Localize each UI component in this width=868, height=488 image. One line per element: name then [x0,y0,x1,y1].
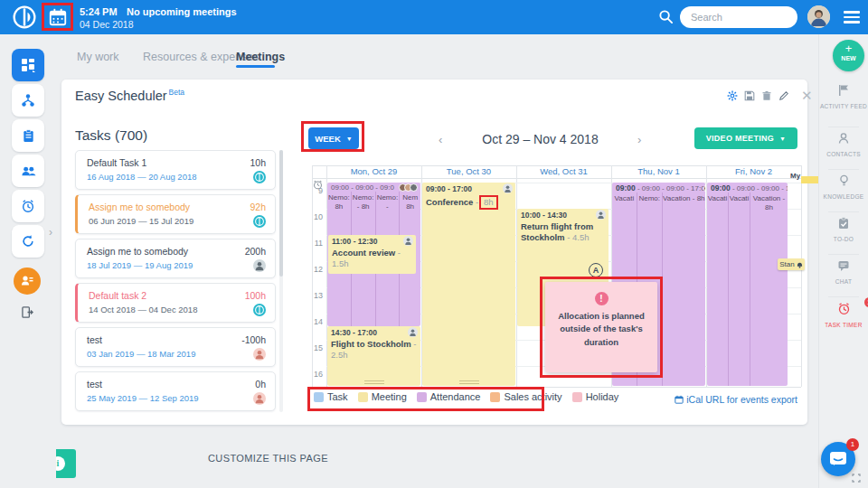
legend-swatch-task [314,392,324,402]
rail-item-todo[interactable]: TO-DO [819,217,868,243]
sidebar-item-time-tracking[interactable] [12,190,44,222]
grid-border-bottom [312,387,801,388]
sidebar-item-users[interactable] [12,155,44,187]
fullscreen-icon[interactable] [852,474,861,483]
profile-quick-icon[interactable] [14,267,41,295]
task-hours: 10h [250,157,266,168]
task-card[interactable]: test 03 Jan 2019 — 18 Mar 2019 -100h [75,327,276,367]
customize-page-label[interactable]: CUSTOMIZE THIS PAGE [208,453,328,464]
bell-icon [797,261,803,268]
event-account-review[interactable]: 11:00 - 12:30 Account review - 1.5h [328,235,416,274]
task-card[interactable]: Default task 2 14 Oct 2018 — 04 Dec 2018… [75,283,276,323]
task-hours: 0h [255,379,266,389]
event-flight-stockholm[interactable]: 14:30 - 17:00 Flight to Stockholm - 2.5h [327,326,420,386]
task-card[interactable]: Assign me to somebody 06 Jun 2019 — 15 J… [75,194,276,234]
close-icon[interactable]: ✕ [801,90,813,101]
rail-item-chat[interactable]: CHAT [819,259,868,286]
hour-label: 15 [308,343,323,352]
attendee-avatars [401,183,418,192]
alarm-clock-icon [21,199,35,213]
task-card[interactable]: Default Task 1 16 Aug 2018 — 20 Aug 2018… [75,150,276,190]
tab-meetings[interactable]: Meetings [236,51,285,63]
event-time: 09:00 - 17:00 [426,184,472,193]
rail-item-activity-feed[interactable]: ACTIVITY FEED [819,84,868,110]
task-name: Assign me to somebody [87,246,188,257]
grid-line [312,165,313,387]
app-logo-icon[interactable] [12,5,37,30]
assignee-avatar [253,348,266,361]
allocation-marker[interactable]: A [589,263,603,277]
hour-label: 10 [308,212,323,221]
legend-swatch-sales [490,392,500,402]
task-name: Default task 2 [89,290,146,301]
resize-handle[interactable] [459,379,479,384]
task-name: test [87,334,102,345]
person-icon [837,132,850,145]
day-header: Mon, Oct 29 [326,166,421,176]
chat-bubble-icon [837,259,850,272]
day-header: Tue, Oct 30 [421,166,516,176]
tasks-scrollbar[interactable] [279,150,283,412]
user-avatar[interactable] [807,5,830,28]
refresh-icon [21,234,35,249]
hierarchy-icon [21,93,35,108]
event-conference[interactable]: 09:00 - 17:00 Conference -8h [422,183,515,386]
stan-presence-chip[interactable]: Stan [778,258,805,270]
hour-label: 13 [308,291,323,300]
task-timer-icon [837,302,851,315]
calendar-icon[interactable] [48,7,68,27]
flag-icon [837,84,850,97]
next-week-chevron[interactable]: › [637,133,641,146]
timer-badge: 1 [864,297,868,307]
todo-clipboard-icon [837,217,850,230]
attendance-subcolumns: Vacati Vacati Vacation - 8h [707,192,788,386]
assignee-avatar [253,392,266,405]
project-logo-icon [253,215,266,228]
day-header: Thu, Nov 1 [611,166,706,176]
task-card[interactable]: Assign me to somebody 18 Jul 2019 — 19 A… [75,239,276,278]
sidebar-item-refresh[interactable] [12,225,44,258]
clock-time: 5:24 PM [80,6,118,17]
save-icon[interactable] [744,90,755,101]
search-icon[interactable] [658,9,674,24]
event-attendance-fri[interactable]: 09:00 - 09:00 - 09:00 - 1 Vacati Vacati … [707,183,788,386]
sidebar-item-projects[interactable] [12,84,44,117]
lightbulb-icon [838,174,850,187]
resize-handle[interactable] [364,379,384,384]
panel-header-actions: ✕ [727,90,813,101]
rail-item-task-timer[interactable]: 1 TASK TIMER [819,302,868,329]
grid-border-header [312,178,801,179]
settings-gear-icon[interactable] [727,90,738,101]
logout-icon[interactable] [22,305,33,322]
attendee-avatar [408,327,418,337]
day-header: Fri, Nov 2 [706,166,801,176]
chevron-down-icon: ▼ [779,136,786,142]
tab-my-work[interactable]: My work [77,51,119,63]
view-selector-week[interactable]: WEEK▼ [308,127,359,149]
task-dates: 06 Jun 2019 — 15 Jul 2019 [89,216,193,226]
event-time: 11:00 - 12:30 [332,237,378,246]
hamburger-menu-icon[interactable] [844,11,860,23]
video-meeting-button[interactable]: VIDEO MEETING▼ [694,127,797,149]
edit-pencil-icon[interactable] [778,90,789,101]
allocation-warning-tooltip: ! Allocation is planned outside of the t… [545,282,657,372]
rail-item-knowledge[interactable]: KNOWLEDGE [819,174,868,201]
prev-week-chevron[interactable]: ‹ [439,133,442,146]
annotated-duration: 8h [479,195,498,210]
new-button[interactable]: +NEW [833,40,864,71]
sidebar-expand-chevron[interactable]: › [49,226,52,239]
ical-export-link[interactable]: iCal URL for events export [675,394,797,405]
event-times: 09:00 - 09:00 - 09:0 [331,183,394,192]
app-screen: 5:24 PM No upcoming meetings 04 Dec 2018 [0,0,868,488]
event-time: 10:00 - 14:30 [521,211,567,220]
warning-icon: ! [595,292,609,305]
rail-item-contacts[interactable]: CONTACTS [819,132,868,158]
sidebar-item-tasks[interactable] [12,119,44,152]
delete-icon[interactable] [761,90,772,101]
current-date: 04 Dec 2018 [80,19,134,30]
legend-swatch-attendance [417,392,427,402]
sidebar-item-dashboard[interactable] [12,49,44,81]
search-input[interactable] [680,6,797,28]
calendar-date-range: Oct 29 – Nov 4 2018 [443,132,637,146]
task-card[interactable]: test 25 May 2019 — 12 Sep 2019 0h [75,371,276,411]
